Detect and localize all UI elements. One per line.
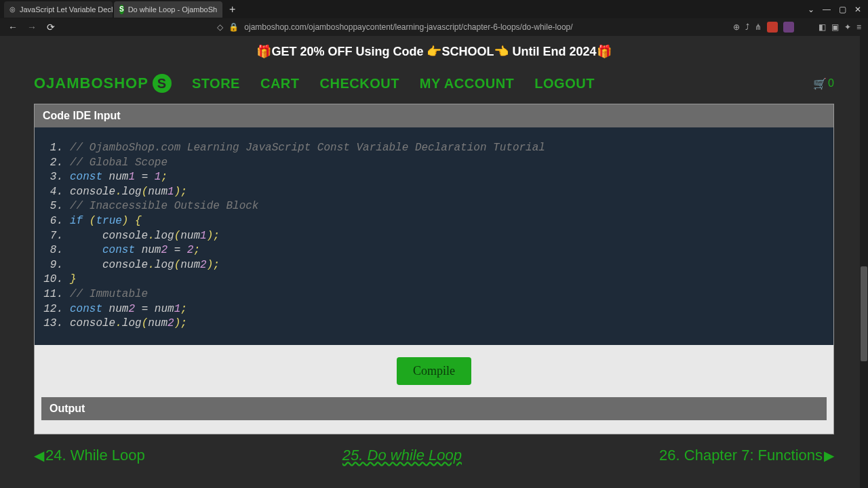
forward-button[interactable]: → — [26, 22, 38, 33]
code-line: 8. const num2 = 2; — [43, 243, 825, 258]
arrow-left-icon: ◀ — [34, 447, 44, 464]
code-line: 2.// Global Scope — [43, 156, 825, 171]
line-number: 11. — [43, 287, 70, 302]
scrollbar[interactable] — [860, 36, 868, 488]
code-line: 11.// Immutable — [43, 287, 825, 302]
browser-tab-active[interactable]: S Do while Loop - OjamboSh ✕ — [114, 1, 222, 18]
line-number: 13. — [43, 317, 70, 331]
nav-my-account[interactable]: MY ACCOUNT — [420, 76, 514, 92]
cart-icon: 🛒 — [813, 77, 827, 90]
code-line: 1.// OjamboShop.com Learning JavaScript … — [43, 141, 825, 156]
nav-checkout[interactable]: CHECKOUT — [320, 76, 399, 92]
sidebar-icon[interactable]: ◧ — [818, 22, 826, 32]
page-content: 🎁GET 20% OFF Using Code 👉SCHOOL👈 Until E… — [0, 36, 868, 488]
favicon-spiral-icon: ◎ — [9, 5, 16, 14]
line-number: 5. — [43, 199, 70, 214]
window-controls: ⌄ — ▢ ✕ — [808, 5, 868, 14]
code-line: 13.console.log(num2); — [43, 317, 825, 331]
output-header: Output — [41, 397, 827, 420]
code-line: 3.const num1 = 1; — [43, 170, 825, 185]
site-nav: OJAMBOSHOP S STORE CART CHECKOUT MY ACCO… — [0, 67, 868, 104]
reload-button[interactable]: ⟳ — [45, 22, 57, 33]
code-line: 7. console.log(num1); — [43, 229, 825, 244]
browser-tab-inactive[interactable]: ◎ JavaScript Let Variable Declara — [4, 1, 113, 18]
chapter-nav: ◀ 24. While Loop 25. Do while Loop 26. C… — [0, 434, 868, 476]
next-chapter-link[interactable]: 26. Chapter 7: Functions ▶ — [659, 447, 834, 464]
url-text: ojamboshop.com/ojamboshoppaycontent/lear… — [244, 22, 572, 32]
output-area — [35, 420, 833, 434]
rss-icon[interactable]: ⋔ — [755, 22, 762, 32]
logo-s-icon: S — [153, 74, 172, 93]
line-number: 1. — [43, 141, 70, 156]
ide-container: Code IDE Input 1.// OjamboShop.com Learn… — [34, 104, 834, 434]
code-editor[interactable]: 1.// OjamboShop.com Learning JavaScript … — [35, 127, 833, 345]
line-number: 4. — [43, 185, 70, 200]
ide-header: Code IDE Input — [35, 104, 833, 127]
promo-text: 🎁GET 20% OFF Using Code 👉SCHOOL👈 Until E… — [256, 45, 611, 58]
nav-cart[interactable]: CART — [260, 76, 300, 92]
line-number: 3. — [43, 170, 70, 185]
bookmark-icon[interactable]: ◇ — [217, 22, 223, 32]
site-logo[interactable]: OJAMBOSHOP S — [34, 74, 172, 93]
menu-icon[interactable]: ≡ — [856, 22, 861, 32]
maximize-icon[interactable]: ▢ — [839, 5, 846, 14]
prev-chapter-label: 24. While Loop — [45, 447, 145, 464]
line-number: 9. — [43, 258, 70, 273]
compile-area: Compile — [35, 345, 833, 397]
line-number: 2. — [43, 156, 70, 171]
sparkle-icon[interactable]: ✦ — [844, 22, 851, 32]
current-chapter-label: 25. Do while Loop — [342, 447, 462, 464]
browser-chrome: ◎ JavaScript Let Variable Declara S Do w… — [0, 0, 868, 36]
compile-button[interactable]: Compile — [397, 357, 471, 385]
tab-bar: ◎ JavaScript Let Variable Declara S Do w… — [0, 0, 868, 18]
code-line: 5.// Inaccessible Outside Block — [43, 199, 825, 214]
arrow-right-icon: ▶ — [824, 447, 834, 464]
line-number: 10. — [43, 272, 70, 287]
scrollbar-thumb[interactable] — [861, 266, 867, 361]
current-chapter-link[interactable]: 25. Do while Loop — [342, 447, 462, 464]
url-bar[interactable]: ◇ 🔒 ojamboshop.com/ojamboshoppaycontent/… — [64, 22, 726, 32]
prev-chapter-link[interactable]: ◀ 24. While Loop — [34, 447, 145, 464]
line-number: 8. — [43, 243, 70, 258]
promo-banner: 🎁GET 20% OFF Using Code 👉SCHOOL👈 Until E… — [0, 36, 868, 67]
code-line: 9. console.log(num2); — [43, 258, 825, 273]
favicon-s-icon: S — [119, 5, 124, 14]
code-line: 10.} — [43, 272, 825, 287]
close-window-icon[interactable]: ✕ — [854, 5, 861, 14]
nav-logout[interactable]: LOGOUT — [534, 76, 595, 92]
line-number: 7. — [43, 229, 70, 244]
tab-title: Do while Loop - OjamboSh — [128, 5, 217, 14]
share-icon[interactable]: ⤴ — [745, 22, 749, 32]
code-line: 6.if (true) { — [43, 214, 825, 229]
minimize-icon[interactable]: — — [823, 5, 831, 14]
extension-purple-icon[interactable] — [783, 22, 794, 33]
extension-red-icon[interactable] — [767, 22, 778, 33]
lock-icon: 🔒 — [229, 22, 239, 32]
next-chapter-label: 26. Chapter 7: Functions — [659, 447, 823, 464]
tab-title: JavaScript Let Variable Declara — [20, 5, 113, 14]
nav-store[interactable]: STORE — [192, 76, 240, 92]
line-number: 6. — [43, 214, 70, 229]
line-number: 12. — [43, 302, 70, 317]
back-button[interactable]: ← — [7, 22, 19, 33]
code-line: 4.console.log(num1); — [43, 185, 825, 200]
cart-count: 0 — [828, 77, 834, 89]
cart-button[interactable]: 🛒0 — [813, 77, 834, 90]
address-bar: ← → ⟳ ◇ 🔒 ojamboshop.com/ojamboshoppayco… — [0, 18, 868, 36]
new-tab-button[interactable]: + — [224, 3, 241, 16]
zoom-icon[interactable]: ⊕ — [733, 22, 740, 32]
logo-text: OJAMBOSHOP — [34, 75, 149, 92]
picture-in-picture-icon[interactable]: ▣ — [831, 22, 839, 32]
code-line: 12.const num2 = num1; — [43, 302, 825, 317]
chevron-down-icon[interactable]: ⌄ — [808, 5, 814, 14]
